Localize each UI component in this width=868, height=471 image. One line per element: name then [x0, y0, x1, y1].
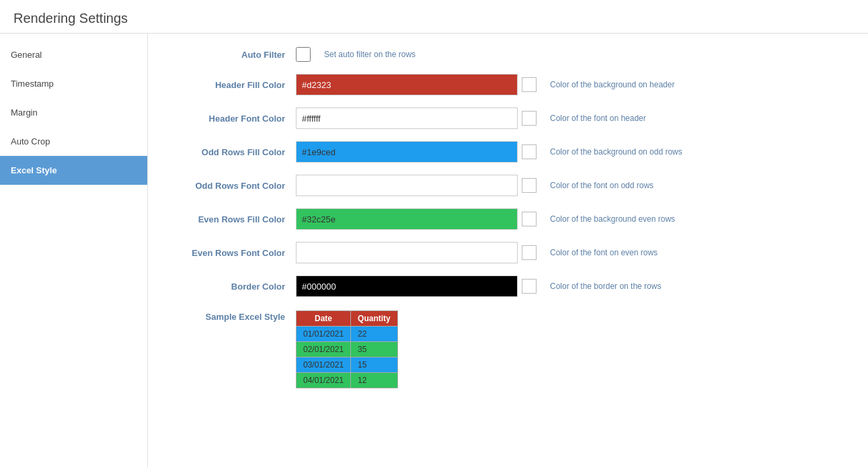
table-cell-date: 04/01/2021 — [297, 373, 351, 388]
auto-filter-hint: Set auto filter on the rows — [311, 50, 512, 59]
odd-font-color-input-wrapper — [296, 175, 537, 196]
table-cell-quantity: 35 — [351, 342, 398, 357]
table-row: 03/01/202115 — [297, 357, 398, 373]
even-font-color-row: Even Rows Font Color Color of the font o… — [175, 242, 841, 263]
content-area: Auto Filter Set auto filter on the rows … — [148, 34, 868, 468]
even-font-color-checkbox[interactable] — [522, 245, 537, 260]
table-cell-quantity: 22 — [351, 327, 398, 342]
odd-font-color-label: Odd Rows Font Color — [175, 181, 296, 191]
table-row: 01/01/202122 — [297, 327, 398, 342]
even-fill-color-row: Even Rows Fill Color Color of the backgr… — [175, 208, 841, 230]
odd-fill-color-label: Odd Rows Fill Color — [175, 147, 296, 157]
border-color-label: Border Color — [175, 282, 296, 292]
odd-fill-color-checkbox[interactable] — [522, 144, 537, 159]
table-row: 04/01/202112 — [297, 373, 398, 388]
odd-fill-color-input[interactable] — [296, 141, 518, 163]
table-cell-quantity: 12 — [351, 373, 398, 388]
table-cell-quantity: 15 — [351, 357, 398, 373]
header-fill-color-input[interactable] — [296, 74, 518, 95]
header-font-color-checkbox[interactable] — [522, 111, 537, 126]
border-color-hint: Color of the border on the rows — [537, 282, 738, 291]
sample-table-header-quantity: Quantity — [351, 311, 398, 327]
sidebar: General Timestamp Margin Auto Crop Excel… — [0, 34, 148, 468]
odd-fill-color-hint: Color of the background on odd rows — [537, 147, 738, 157]
auto-filter-checkbox[interactable] — [296, 47, 311, 62]
page-title: Rendering Settings — [0, 0, 868, 34]
header-font-color-input[interactable] — [296, 108, 518, 129]
even-fill-color-checkbox[interactable] — [522, 212, 537, 226]
odd-fill-color-row: Odd Rows Fill Color Color of the backgro… — [175, 141, 841, 163]
sample-table-header-date: Date — [297, 311, 351, 327]
sample-excel-style-row: Sample Excel Style Date Quantity 01/01/2… — [175, 309, 841, 388]
odd-font-color-hint: Color of the font on odd rows — [537, 181, 738, 190]
even-fill-color-hint: Color of the background even rows — [537, 214, 738, 224]
sidebar-item-margin[interactable]: Margin — [0, 98, 147, 127]
border-color-checkbox[interactable] — [522, 279, 537, 294]
sample-excel-style-label: Sample Excel Style — [175, 309, 296, 322]
table-cell-date: 02/01/2021 — [297, 342, 351, 357]
odd-font-color-input[interactable] — [296, 175, 518, 196]
sidebar-item-auto-crop[interactable]: Auto Crop — [0, 127, 147, 156]
auto-filter-row: Auto Filter Set auto filter on the rows — [175, 47, 841, 62]
table-cell-date: 03/01/2021 — [297, 357, 351, 373]
table-row: 02/01/202135 — [297, 342, 398, 357]
even-font-color-hint: Color of the font on even rows — [537, 248, 738, 257]
even-fill-color-input[interactable] — [296, 208, 518, 230]
table-cell-date: 01/01/2021 — [297, 327, 351, 342]
odd-font-color-row: Odd Rows Font Color Color of the font on… — [175, 175, 841, 196]
sample-table-wrapper: Date Quantity 01/01/20212202/01/20213503… — [296, 309, 398, 388]
sidebar-item-timestamp[interactable]: Timestamp — [0, 69, 147, 98]
odd-fill-color-input-wrapper — [296, 141, 537, 163]
header-fill-color-checkbox[interactable] — [522, 77, 537, 92]
header-fill-color-label: Header Fill Color — [175, 80, 296, 90]
even-font-color-label: Even Rows Font Color — [175, 248, 296, 258]
header-font-color-input-wrapper — [296, 108, 537, 129]
border-color-row: Border Color Color of the border on the … — [175, 275, 841, 297]
header-fill-color-input-wrapper — [296, 74, 537, 95]
auto-filter-label: Auto Filter — [175, 50, 296, 60]
even-font-color-input[interactable] — [296, 242, 518, 263]
header-font-color-row: Header Font Color Color of the font on h… — [175, 108, 841, 129]
sidebar-item-general[interactable]: General — [0, 40, 147, 69]
even-fill-color-label: Even Rows Fill Color — [175, 214, 296, 224]
sidebar-item-excel-style[interactable]: Excel Style — [0, 156, 147, 185]
header-fill-color-hint: Color of the background on header — [537, 80, 738, 89]
auto-filter-input-wrapper — [296, 47, 311, 62]
border-color-input-wrapper — [296, 275, 537, 297]
header-fill-color-row: Header Fill Color Color of the backgroun… — [175, 74, 841, 95]
even-font-color-input-wrapper — [296, 242, 537, 263]
sample-table: Date Quantity 01/01/20212202/01/20213503… — [296, 310, 398, 388]
odd-font-color-checkbox[interactable] — [522, 178, 537, 193]
border-color-input[interactable] — [296, 275, 518, 297]
header-font-color-label: Header Font Color — [175, 114, 296, 124]
header-font-color-hint: Color of the font on header — [537, 114, 738, 123]
even-fill-color-input-wrapper — [296, 208, 537, 230]
